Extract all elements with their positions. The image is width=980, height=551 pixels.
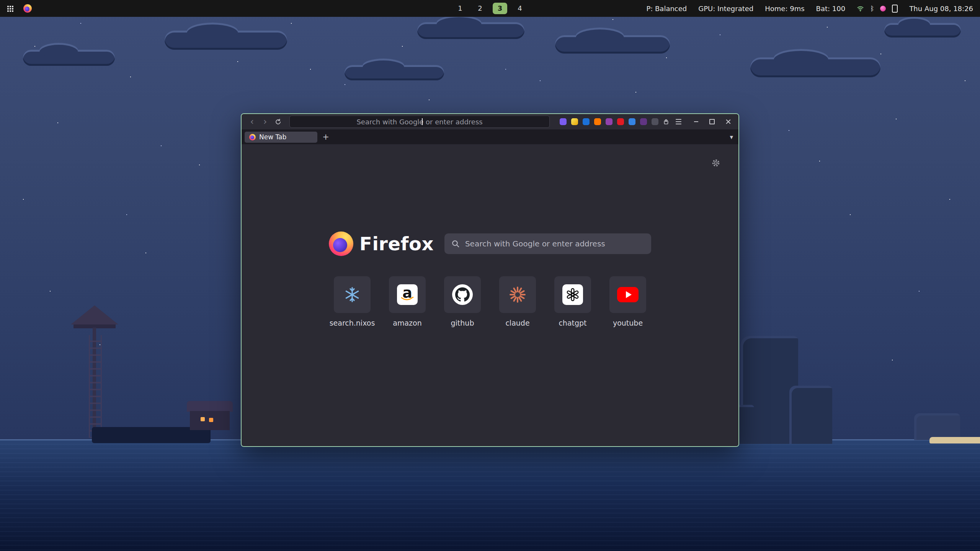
wallpaper-cloud — [165, 31, 287, 50]
menu-hamburger-icon[interactable] — [674, 117, 683, 127]
shortcut-label: amazon — [393, 319, 421, 327]
shortcut-chatgpt[interactable]: chatgpt — [554, 276, 591, 327]
extension-icon-5[interactable] — [606, 118, 612, 125]
firefox-window: ‹ › — [241, 113, 739, 447]
shortcut-claude[interactable]: claude — [499, 276, 536, 327]
list-all-tabs-chevron[interactable]: ▾ — [730, 133, 733, 141]
power-profile-status: P: Balanced — [646, 5, 687, 13]
apps-grid-icon[interactable] — [7, 5, 13, 12]
firefox-favicon — [249, 134, 256, 140]
close-button[interactable] — [724, 117, 732, 126]
text-caret — [422, 118, 423, 125]
github-icon[interactable] — [444, 276, 481, 313]
firefox-logo — [329, 231, 353, 256]
shortcut-label: github — [451, 319, 474, 327]
wallpaper-cloud — [884, 23, 961, 37]
extension-icon-9[interactable] — [652, 118, 658, 125]
minimize-button[interactable] — [692, 117, 700, 126]
topbar: 1 2 3 4 P: Balanced GPU: Integrated Home… — [0, 0, 980, 17]
shortcut-youtube[interactable]: youtube — [609, 276, 646, 327]
search-icon — [451, 240, 460, 248]
maximize-button[interactable] — [708, 117, 716, 126]
url-input[interactable] — [290, 117, 549, 126]
gpu-status: GPU: Integrated — [698, 5, 753, 13]
wallpaper-cloud — [345, 65, 444, 80]
shortcut-label: youtube — [613, 319, 643, 327]
home-ping-status: Home: 9ms — [765, 5, 804, 13]
shortcuts-row: search.nixos a amazon — [242, 276, 738, 327]
wallpaper-ocean — [0, 439, 980, 551]
wallpaper-cloud — [23, 50, 115, 66]
tab-new-tab[interactable]: New Tab — [245, 132, 317, 143]
workspace-2[interactable]: 2 — [473, 3, 487, 14]
newtab-search[interactable] — [444, 233, 651, 254]
workspace-3-active[interactable]: 3 — [493, 3, 507, 14]
wallpaper-cloud — [750, 57, 880, 77]
claude-icon[interactable] — [499, 276, 536, 313]
battery-status: Bat: 100 — [816, 5, 846, 13]
extension-icon-6[interactable] — [617, 118, 624, 125]
reload-button[interactable] — [273, 116, 283, 127]
firefox-wordmark: Firefox — [359, 233, 434, 254]
back-button[interactable]: ‹ — [247, 116, 257, 127]
tab-strip: New Tab + ▾ — [242, 130, 738, 144]
clock: Thu Aug 08, 18:26 — [909, 5, 973, 13]
wallpaper-cloud — [417, 22, 524, 39]
amazon-icon[interactable]: a — [389, 276, 426, 313]
extension-icon-3[interactable] — [583, 118, 590, 125]
tab-label: New Tab — [259, 133, 286, 141]
extension-icon-2[interactable] — [571, 118, 578, 125]
workspace-switcher: 1 2 3 4 — [453, 3, 527, 14]
firefox-launcher-icon[interactable] — [23, 4, 32, 13]
wallpaper-hut — [187, 401, 233, 432]
youtube-icon[interactable] — [609, 276, 646, 313]
wallpaper-rock — [789, 386, 832, 444]
shortcut-amazon[interactable]: a amazon — [389, 276, 426, 327]
color-profile-icon[interactable] — [880, 6, 886, 11]
wallpaper-rock — [914, 413, 960, 440]
wallpaper-watchtower — [61, 302, 138, 444]
topbar-status: P: Balanced GPU: Integrated Home: 9ms Ba… — [646, 5, 980, 13]
shortcut-label: claude — [505, 319, 529, 327]
browser-toolbar: ‹ › — [242, 114, 738, 130]
extension-icon-4[interactable] — [594, 118, 601, 125]
extension-icon-8[interactable] — [640, 118, 647, 125]
extensions-puzzle-icon[interactable] — [662, 117, 671, 127]
shortcut-label: chatgpt — [559, 319, 586, 327]
url-bar[interactable] — [289, 116, 550, 128]
workspace-4[interactable]: 4 — [513, 3, 527, 14]
chatgpt-icon[interactable] — [554, 276, 591, 313]
workspace-1[interactable]: 1 — [453, 3, 467, 14]
topbar-left — [0, 4, 32, 13]
personalize-gear-icon[interactable] — [710, 157, 722, 169]
shortcut-label: search.nixos — [330, 319, 375, 327]
window-controls — [692, 117, 732, 126]
wallpaper-sand-strip — [929, 437, 980, 443]
new-tab-button[interactable]: + — [320, 132, 331, 142]
device-icon[interactable] — [892, 5, 898, 13]
forward-button[interactable]: › — [260, 116, 270, 127]
extension-icon-1[interactable] — [560, 118, 567, 125]
shortcut-github[interactable]: github — [444, 276, 481, 327]
extension-icons — [560, 118, 658, 125]
bluetooth-icon[interactable]: ᛒ — [870, 5, 874, 12]
wifi-icon[interactable] — [857, 5, 864, 12]
newtab-hero: Firefox — [242, 231, 738, 256]
nixos-icon[interactable] — [334, 276, 371, 313]
wallpaper-cloud — [555, 35, 670, 54]
extension-icon-7[interactable] — [629, 118, 635, 125]
system-tray: ᛒ — [857, 5, 898, 13]
newtab-search-input[interactable] — [464, 239, 644, 249]
newtab-page: Firefox — [242, 144, 738, 446]
shortcut-search-nixos[interactable]: search.nixos — [334, 276, 371, 327]
